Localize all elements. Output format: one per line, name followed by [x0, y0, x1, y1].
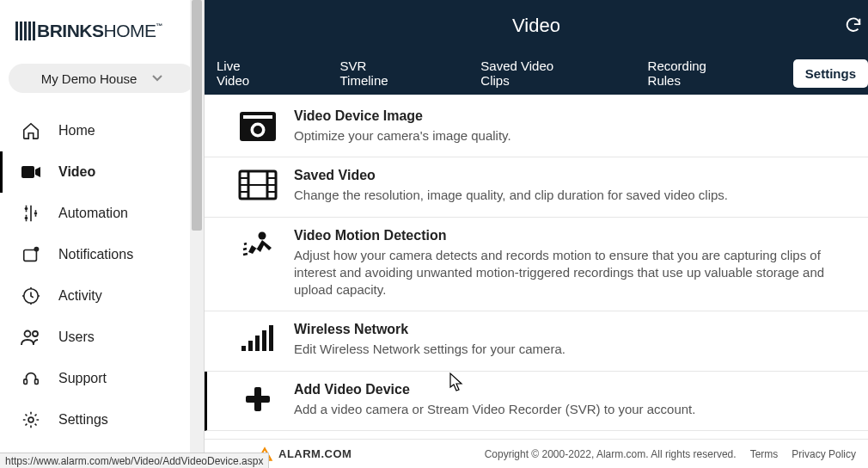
- signal-bars-icon: [222, 322, 294, 353]
- tab-live-video[interactable]: Live Video: [205, 52, 286, 95]
- svg-rect-26: [248, 341, 253, 351]
- sidebar-item-notifications[interactable]: Notifications: [0, 234, 204, 275]
- settings-row-video-device-image[interactable]: Video Device Image Optimize your camera'…: [205, 98, 868, 157]
- location-name: My Demo House: [41, 71, 138, 86]
- settings-row-desc: Change the resolution, image quality, an…: [294, 187, 856, 204]
- footer-copyright: Copyright © 2000-2022, Alarm.com. All ri…: [485, 448, 737, 460]
- svg-rect-13: [243, 115, 272, 119]
- settings-row-title: Add Video Device: [294, 382, 856, 397]
- settings-content: Video Device Image Optimize your camera'…: [205, 95, 868, 439]
- chevron-down-icon: [152, 75, 162, 82]
- sidebar-item-label: Users: [58, 329, 95, 345]
- svg-rect-27: [255, 336, 260, 351]
- svg-rect-28: [262, 330, 266, 351]
- camera-icon: [222, 108, 294, 143]
- sidebar: BRINKSHOME™ My Demo House Home Video: [0, 0, 205, 468]
- home-icon: [21, 121, 41, 140]
- sidebar-item-label: Automation: [58, 206, 128, 221]
- motion-icon: [222, 228, 294, 266]
- refresh-icon[interactable]: [844, 15, 863, 34]
- brand-logo: BRINKSHOME™: [0, 0, 204, 50]
- sidebar-item-users[interactable]: Users: [0, 317, 204, 358]
- notifications-icon: [21, 245, 41, 264]
- svg-point-15: [254, 126, 262, 134]
- logo-bars-icon: [15, 22, 35, 40]
- location-selector[interactable]: My Demo House: [9, 64, 195, 93]
- activity-icon: [21, 286, 41, 305]
- svg-point-11: [28, 417, 34, 422]
- support-icon: [21, 369, 41, 388]
- automation-icon: [21, 204, 41, 223]
- sidebar-item-settings[interactable]: Settings: [0, 399, 204, 440]
- plus-icon: [222, 382, 294, 415]
- settings-row-desc: Edit Wireless Network settings for your …: [294, 341, 856, 358]
- sidebar-item-label: Notifications: [58, 247, 133, 262]
- footer: ALARM.COM Copyright © 2000-2022, Alarm.c…: [205, 439, 868, 468]
- header-tabs: Live Video SVR Timeline Saved Video Clip…: [205, 52, 868, 95]
- logo-bold: BRINKS: [37, 21, 104, 40]
- sidebar-item-label: Video: [58, 164, 95, 180]
- footer-privacy-link[interactable]: Privacy Policy: [792, 448, 856, 460]
- svg-point-1: [25, 207, 28, 211]
- tab-settings[interactable]: Settings: [793, 59, 868, 88]
- users-icon: [21, 329, 41, 346]
- svg-rect-29: [269, 325, 273, 351]
- sidebar-item-label: Activity: [58, 288, 102, 304]
- status-bar-url: https://www.alarm.com/web/Video/AddVideo…: [0, 453, 269, 468]
- settings-row-desc: Adjust how your camera detects and recor…: [294, 247, 856, 299]
- settings-row-title: Video Device Image: [294, 108, 856, 124]
- footer-brand: ALARM.COM: [256, 446, 351, 463]
- sidebar-nav: Home Video Automation Notifications: [0, 110, 204, 440]
- footer-brand-text: ALARM.COM: [278, 447, 351, 460]
- sidebar-item-video[interactable]: Video: [0, 151, 204, 193]
- sidebar-item-activity[interactable]: Activity: [0, 275, 204, 317]
- settings-row-video-motion-detection[interactable]: Video Motion Detection Adjust how your c…: [205, 218, 868, 312]
- tab-svr-timeline[interactable]: SVR Timeline: [327, 52, 427, 95]
- sidebar-item-label: Settings: [58, 412, 108, 428]
- sidebar-item-label: Home: [58, 123, 95, 139]
- svg-rect-31: [246, 396, 270, 403]
- svg-point-5: [34, 247, 39, 252]
- tab-recording-rules[interactable]: Recording Rules: [636, 52, 752, 95]
- sidebar-item-support[interactable]: Support: [0, 358, 204, 399]
- settings-row-add-video-device[interactable]: Add Video Device Add a video camera or S…: [205, 372, 868, 431]
- video-icon: [21, 164, 41, 180]
- svg-point-24: [259, 231, 266, 239]
- page-title: Video: [512, 15, 560, 37]
- svg-point-8: [33, 331, 38, 336]
- settings-row-desc: Optimize your camera's image quality.: [294, 127, 856, 145]
- settings-row-wireless-network[interactable]: Wireless Network Edit Wireless Network s…: [205, 311, 868, 371]
- settings-row-saved-video[interactable]: Saved Video Change the resolution, image…: [205, 157, 868, 217]
- svg-point-3: [25, 217, 28, 220]
- sidebar-item-automation[interactable]: Automation: [0, 193, 204, 234]
- svg-rect-9: [24, 379, 28, 385]
- main: Video Live Video SVR Timeline Saved Vide…: [205, 0, 868, 468]
- logo-light: HOME: [104, 21, 156, 40]
- svg-rect-10: [35, 379, 39, 385]
- sidebar-item-home[interactable]: Home: [0, 110, 204, 151]
- footer-terms-link[interactable]: Terms: [750, 448, 779, 460]
- settings-row-title: Saved Video: [294, 168, 856, 183]
- header: Video Live Video SVR Timeline Saved Vide…: [205, 0, 868, 95]
- svg-point-7: [25, 331, 31, 337]
- gear-icon: [21, 410, 41, 429]
- svg-rect-0: [21, 166, 34, 178]
- svg-rect-25: [241, 346, 246, 351]
- tab-saved-video-clips[interactable]: Saved Video Clips: [468, 52, 594, 95]
- logo-tm: ™: [156, 22, 163, 30]
- scrollbar-thumb[interactable]: [192, 0, 202, 231]
- film-icon: [222, 168, 294, 200]
- sidebar-scrollbar[interactable]: [190, 0, 204, 468]
- settings-row-title: Video Motion Detection: [294, 228, 856, 243]
- sidebar-item-label: Support: [58, 371, 107, 386]
- settings-row-desc: Add a video camera or Stream Video Recor…: [294, 401, 856, 418]
- settings-row-title: Wireless Network: [294, 322, 856, 337]
- svg-rect-4: [24, 250, 37, 262]
- svg-point-2: [34, 212, 38, 215]
